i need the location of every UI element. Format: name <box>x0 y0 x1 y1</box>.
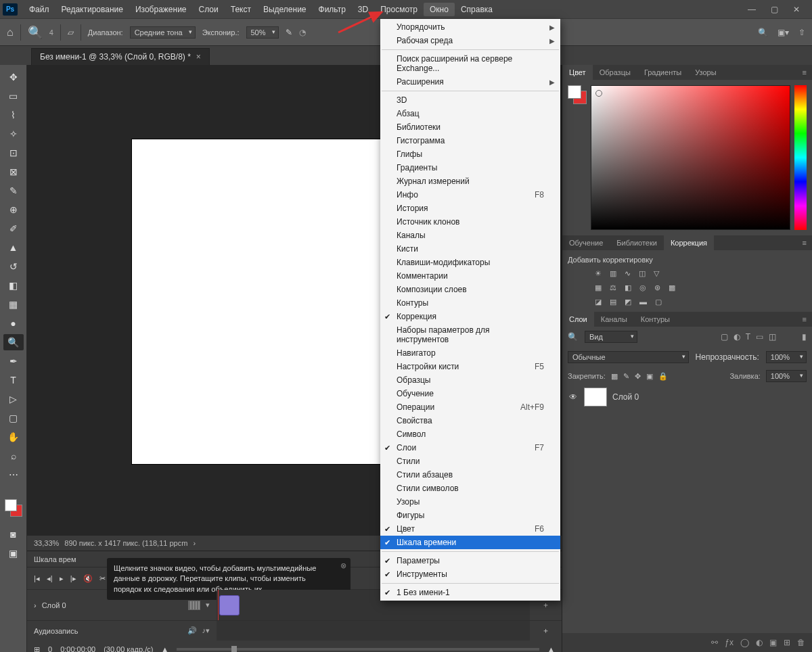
bw-icon[interactable]: ◧ <box>625 283 631 292</box>
audio-mute-icon[interactable]: 🔊 <box>187 626 197 635</box>
workspace-icon[interactable]: ▣▾ <box>777 28 789 37</box>
panel-color-swatch[interactable] <box>568 85 587 104</box>
crop-tool[interactable]: ⊡ <box>3 145 24 161</box>
fps-readout[interactable]: (30,00 кадр./с) <box>104 645 153 652</box>
pen-tool[interactable]: ✒ <box>3 353 24 369</box>
layer-name[interactable]: Слой 0 <box>612 392 639 402</box>
marquee-tool[interactable]: ▭ <box>3 88 24 104</box>
panel-tab-цвет[interactable]: Цвет <box>562 65 593 80</box>
threshold-icon[interactable]: ◩ <box>625 298 631 306</box>
menu-item-история[interactable]: История <box>380 202 560 215</box>
quick-select-tool[interactable]: ✧ <box>3 126 24 142</box>
lock-paint-icon[interactable]: ✎ <box>623 372 629 381</box>
menu-item-образцы[interactable]: Образцы <box>380 373 560 387</box>
tooltip-close-icon[interactable]: ⊗ <box>340 561 346 571</box>
quickmask-icon[interactable]: ◙ <box>3 526 24 542</box>
panel-tab-слои[interactable]: Слои <box>562 312 594 327</box>
delete-layer-icon[interactable]: 🗑 <box>797 638 805 647</box>
balance-icon[interactable]: ⚖ <box>610 283 616 292</box>
filter-type-icon[interactable]: T <box>746 332 750 342</box>
vibrance-icon[interactable]: ▽ <box>654 269 659 278</box>
photo-filter-icon[interactable]: ◎ <box>639 283 646 292</box>
timeline-zoom-in-icon[interactable]: ▲ <box>547 645 555 652</box>
play-icon[interactable]: ▸ <box>60 574 64 583</box>
menu-item-инфо[interactable]: ИнфоF8 <box>380 188 560 202</box>
audio-menu-icon[interactable]: ♪▾ <box>202 626 210 635</box>
filter-smart-icon[interactable]: ◫ <box>769 332 776 342</box>
hue-strip[interactable] <box>794 85 807 230</box>
new-layer-icon[interactable]: ⊞ <box>784 638 790 647</box>
menu-item-операции[interactable]: ОперацииAlt+F9 <box>380 400 560 414</box>
type-tool[interactable]: T <box>3 372 24 388</box>
menu-слои[interactable]: Слои <box>193 3 225 16</box>
menu-item-символ[interactable]: Символ <box>380 427 560 441</box>
document-tab[interactable]: Без имени-1 @ 33,3% (Слой 0, RGB/8) *× <box>31 48 210 65</box>
shape-tool[interactable]: ▢ <box>3 410 24 426</box>
mixer-icon[interactable]: ⊛ <box>654 283 660 292</box>
menu-item-расширения[interactable]: Расширения▶ <box>380 75 560 89</box>
screenmode-icon[interactable]: ▣ <box>3 545 24 561</box>
filter-adj-icon[interactable]: ◐ <box>734 332 740 342</box>
zoom-tool[interactable]: ⌕ <box>3 448 24 464</box>
menu-изображение[interactable]: Изображение <box>129 3 193 16</box>
menu-item-настройки-кисти[interactable]: Настройки кистиF5 <box>380 360 560 373</box>
video-clip[interactable] <box>219 595 240 615</box>
close-tab-icon[interactable]: × <box>196 52 201 62</box>
menu-item-упорядочить[interactable]: Упорядочить▶ <box>380 20 560 34</box>
minimize-icon[interactable]: — <box>748 5 756 14</box>
menu-item-стили-символов[interactable]: Стили символов <box>380 482 560 495</box>
eraser-tool[interactable]: ◧ <box>3 277 24 294</box>
zoom-readout[interactable]: 33,33% <box>34 539 59 547</box>
menu-item-свойства[interactable]: Свойства <box>380 414 560 427</box>
panel-tab-библиотеки[interactable]: Библиотеки <box>610 235 664 250</box>
airbrush-icon[interactable]: ✎ <box>286 28 292 37</box>
menu-item-3d[interactable]: 3D <box>380 93 560 107</box>
panel-tab-обучение[interactable]: Обучение <box>562 235 610 250</box>
fx-icon[interactable]: ƒx <box>725 638 734 647</box>
menu-item-фигуры[interactable]: Фигуры <box>380 509 560 522</box>
share-icon[interactable]: ⇧ <box>798 28 805 37</box>
brush-preview-icon[interactable]: ▱ <box>68 28 74 37</box>
menu-item-слои[interactable]: ✔СлоиF7 <box>380 441 560 455</box>
gradient-tool[interactable]: ▦ <box>3 296 24 312</box>
track-expand-icon[interactable]: › <box>34 601 37 609</box>
selective-icon[interactable]: ▢ <box>655 298 662 306</box>
track-name[interactable]: Слой 0 <box>42 601 66 609</box>
panel-tab-градиенты[interactable]: Градиенты <box>637 65 688 80</box>
filter-pixel-icon[interactable]: ▢ <box>721 332 728 342</box>
invert-icon[interactable]: ◪ <box>595 298 602 306</box>
close-icon[interactable]: ✕ <box>793 5 800 14</box>
menu-item-поиск-расширений-на-сервере-exchange-[interactable]: Поиск расширений на сервере Exchange... <box>380 52 560 75</box>
prev-frame-icon[interactable]: ◂| <box>47 574 53 583</box>
panel-tab-коррекция[interactable]: Коррекция <box>664 235 714 250</box>
audio-track-lane[interactable] <box>217 621 530 641</box>
panel-menu-icon[interactable]: ≡ <box>797 65 812 80</box>
lasso-tool[interactable]: ⌇ <box>3 107 24 123</box>
add-media-icon[interactable]: ＋ <box>537 600 555 610</box>
fill-value[interactable]: 100% <box>766 370 807 382</box>
menu-item-журнал-измерений[interactable]: Журнал измерений <box>380 174 560 188</box>
menu-item-стили-абзацев[interactable]: Стили абзацев <box>380 468 560 482</box>
panel-tab-узоры[interactable]: Узоры <box>688 65 723 80</box>
menu-item-шкала-времени[interactable]: ✔Шкала времени <box>380 536 560 549</box>
doc-dimensions[interactable]: 890 пикс. x 1417 пикс. (118,11 ppcm <box>64 539 187 547</box>
move-tool[interactable]: ✥ <box>3 69 24 85</box>
heal-tool[interactable]: ⊕ <box>3 202 24 218</box>
hue-icon[interactable]: ▦ <box>595 283 602 292</box>
blur-tool[interactable]: ● <box>3 315 24 331</box>
menu-item-узоры[interactable]: Узоры <box>380 495 560 509</box>
menu-item-градиенты[interactable]: Градиенты <box>380 161 560 174</box>
menu-item-цвет[interactable]: ✔ЦветF6 <box>380 522 560 536</box>
lock-transparency-icon[interactable]: ▩ <box>611 372 618 381</box>
brightness-icon[interactable]: ☀ <box>595 269 602 278</box>
color-field[interactable] <box>591 85 790 230</box>
mask-icon[interactable]: ◯ <box>740 638 749 647</box>
color-swatch[interactable] <box>5 499 22 517</box>
menu-просмотр[interactable]: Просмотр <box>374 3 424 16</box>
track-menu-icon[interactable]: ▾ <box>206 601 210 610</box>
layer-filter-combo[interactable]: Вид <box>585 331 637 343</box>
menu-item-гистограмма[interactable]: Гистограмма <box>380 134 560 147</box>
menu-item-комментарии[interactable]: Комментарии <box>380 269 560 283</box>
stamp-tool[interactable]: ▲ <box>3 239 24 256</box>
path-select-tool[interactable]: ▷ <box>3 391 24 407</box>
